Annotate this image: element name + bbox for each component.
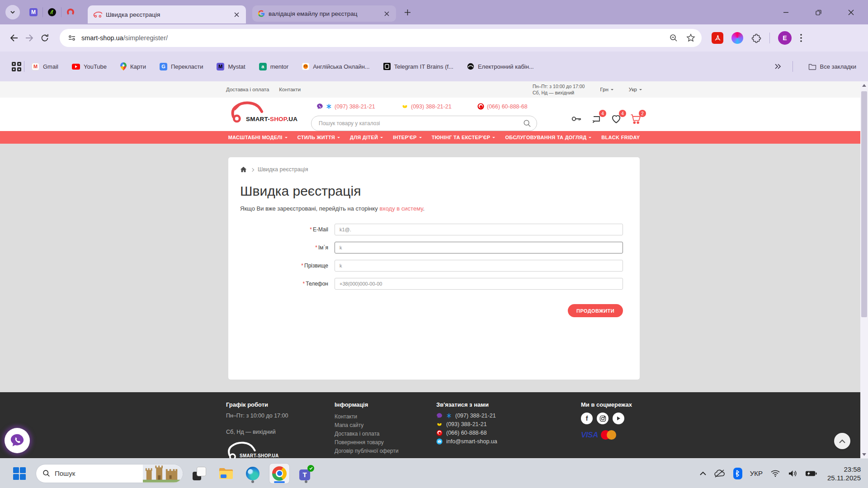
url-text[interactable]: smart-shop.ua/simpleregister/ bbox=[81, 34, 168, 42]
apps-grid-icon[interactable] bbox=[12, 62, 21, 71]
battery-icon[interactable] bbox=[805, 470, 817, 477]
phone-vodafone[interactable]: (066) 60-888-68 bbox=[477, 103, 528, 110]
scroll-to-top-button[interactable] bbox=[834, 433, 850, 449]
pinned-tab-app3[interactable] bbox=[61, 5, 80, 20]
tab-close-button[interactable] bbox=[382, 9, 392, 19]
catalog-search-input[interactable] bbox=[319, 120, 523, 127]
topbar-link-contacts[interactable]: Контакти bbox=[279, 87, 301, 92]
search-icon[interactable] bbox=[523, 119, 531, 127]
footer-link-sitemap[interactable]: Мапа сайту bbox=[335, 421, 436, 430]
nav-lifestyle[interactable]: СТИЛЬ ЖИТТЯ bbox=[297, 131, 340, 144]
footer-link-offer[interactable]: Договір публічної оферти bbox=[335, 447, 436, 455]
last-name-field[interactable] bbox=[335, 260, 623, 272]
tab-secondary[interactable]: валідація емайлу при реєстрац bbox=[252, 5, 396, 22]
bookmark-star-icon[interactable] bbox=[686, 33, 695, 42]
task-view-button[interactable] bbox=[189, 463, 210, 484]
pinned-tab-mystat[interactable]: M bbox=[24, 5, 42, 20]
file-explorer-button[interactable] bbox=[216, 463, 236, 484]
page-scrollbar[interactable] bbox=[860, 81, 868, 458]
wishlist-heart-icon[interactable]: 4 bbox=[610, 113, 622, 125]
taskbar-clock[interactable]: 23:58 25.11.2025 bbox=[827, 465, 861, 482]
bookmark-maps[interactable]: Карти bbox=[120, 62, 146, 70]
back-button[interactable] bbox=[6, 30, 22, 46]
tray-chevron-up-icon[interactable] bbox=[700, 471, 706, 475]
tab-close-button[interactable] bbox=[231, 9, 241, 19]
scrollbar-down-arrow[interactable] bbox=[860, 450, 868, 458]
green-figure-icon bbox=[48, 8, 56, 16]
nav-scale-models[interactable]: МАСШТАБНІ МОДЕЛІ bbox=[228, 131, 288, 144]
close-window-button[interactable] bbox=[844, 6, 857, 19]
phone-lifecell[interactable]: (093) 388-21-21 bbox=[401, 103, 452, 110]
browser-menu-icon[interactable] bbox=[800, 33, 802, 42]
zoom-out-indicator-icon[interactable] bbox=[669, 33, 678, 42]
nav-for-kids[interactable]: ДЛЯ ДІТЕЙ bbox=[350, 131, 383, 144]
minimize-button[interactable] bbox=[779, 6, 792, 19]
scrollbar-thumb[interactable] bbox=[861, 91, 867, 317]
footer-link-returns[interactable]: Повернення товару bbox=[335, 438, 436, 447]
topbar-link-delivery[interactable]: Доставка і оплата bbox=[226, 87, 269, 92]
footer-phone-kyivstar[interactable]: (097) 388-21-21 bbox=[436, 413, 581, 419]
start-button[interactable] bbox=[9, 463, 30, 484]
bookmark-telegram-brains[interactable]: Telegram IT Brains (f... bbox=[383, 63, 453, 70]
onedrive-offline-icon[interactable] bbox=[714, 469, 726, 478]
bookmark-english-school[interactable]: Англійська Онлайн... bbox=[302, 63, 370, 70]
bookmark-ecabinet[interactable]: Електронний кабін... bbox=[467, 63, 534, 70]
volume-icon[interactable] bbox=[788, 469, 797, 478]
catalog-search[interactable] bbox=[311, 116, 537, 131]
bookmarks-overflow-icon[interactable] bbox=[774, 64, 782, 69]
register-card: Швидка реєстрація Швидка реєстрація Якщо… bbox=[228, 157, 640, 380]
new-tab-button[interactable] bbox=[401, 5, 414, 19]
youtube-social-icon[interactable] bbox=[613, 413, 624, 424]
brain-extension-icon[interactable] bbox=[731, 32, 743, 44]
footer-link-delivery[interactable]: Доставка і оплата bbox=[335, 430, 436, 438]
home-icon[interactable] bbox=[240, 166, 247, 173]
login-link[interactable]: входу в систему bbox=[379, 205, 423, 212]
tab-search-button[interactable] bbox=[5, 5, 20, 19]
nav-care[interactable]: ОБСЛУГОВУВАННЯ ТА ДОГЛЯД bbox=[505, 131, 591, 144]
site-info-icon[interactable] bbox=[66, 32, 78, 44]
edge-button[interactable] bbox=[242, 463, 263, 484]
continue-button[interactable]: ПРОДОВЖИТИ bbox=[568, 304, 623, 317]
language-indicator[interactable]: УКР bbox=[750, 469, 763, 477]
facebook-icon[interactable]: f bbox=[581, 413, 593, 424]
footer-link-contacts[interactable]: Контакти bbox=[335, 413, 436, 421]
extensions-puzzle-icon[interactable] bbox=[751, 33, 761, 43]
bluetooth-icon[interactable] bbox=[733, 468, 742, 479]
compare-icon[interactable]: 4 bbox=[590, 113, 602, 125]
phone-field[interactable] bbox=[335, 278, 623, 290]
profile-avatar[interactable]: E bbox=[778, 31, 792, 45]
bookmark-gmail[interactable]: M Gmail bbox=[32, 63, 58, 70]
phone-kyivstar[interactable]: (097) 388-21-21 bbox=[316, 103, 375, 110]
chrome-button[interactable] bbox=[269, 463, 290, 484]
forward-button[interactable] bbox=[22, 30, 37, 46]
bookmark-mentor[interactable]: a mentor bbox=[259, 63, 288, 70]
footer-phone-vodafone[interactable]: (066) 60-888-68 bbox=[436, 430, 581, 436]
pinned-tab-app2[interactable] bbox=[43, 5, 61, 20]
bookmark-mystat[interactable]: M Mystat bbox=[217, 63, 245, 70]
nav-interior[interactable]: ІНТЕР'ЄР bbox=[393, 131, 422, 144]
scrollbar-up-arrow[interactable] bbox=[860, 81, 868, 89]
bookmark-youtube[interactable]: YouTube bbox=[72, 63, 107, 70]
bookmark-translate[interactable]: G Перекласти bbox=[160, 63, 203, 70]
tab-active[interactable]: Швидка реєстрація bbox=[88, 5, 246, 23]
all-bookmarks-button[interactable]: Все закладки bbox=[808, 63, 856, 70]
nav-tuning[interactable]: ТЮНІНГ ТА ЕКСТЕР'ЄР bbox=[432, 131, 495, 144]
first-name-field[interactable] bbox=[335, 242, 623, 253]
cart-icon[interactable]: 2 bbox=[630, 113, 642, 125]
nav-black-friday[interactable]: BLACK FRIDAY bbox=[601, 131, 640, 144]
teams-button[interactable]: T bbox=[296, 463, 316, 484]
acrobat-extension-icon[interactable] bbox=[712, 32, 723, 44]
restore-button[interactable] bbox=[812, 6, 825, 19]
footer-phone-lifecell[interactable]: (093) 388-21-21 bbox=[436, 421, 581, 427]
address-bar[interactable]: smart-shop.ua/simpleregister/ bbox=[60, 29, 702, 47]
taskbar-search[interactable]: Пошук bbox=[36, 464, 183, 483]
instagram-icon[interactable] bbox=[597, 413, 609, 424]
email-field[interactable] bbox=[335, 224, 623, 235]
reload-button[interactable] bbox=[37, 30, 52, 46]
currency-select[interactable]: Грн bbox=[600, 87, 613, 92]
language-select[interactable]: Укр bbox=[629, 87, 642, 92]
footer-email[interactable]: info@smart-shop.ua bbox=[436, 438, 581, 445]
wifi-icon[interactable] bbox=[770, 469, 780, 477]
login-key-icon[interactable] bbox=[571, 113, 582, 125]
viber-chat-button[interactable] bbox=[5, 428, 30, 453]
